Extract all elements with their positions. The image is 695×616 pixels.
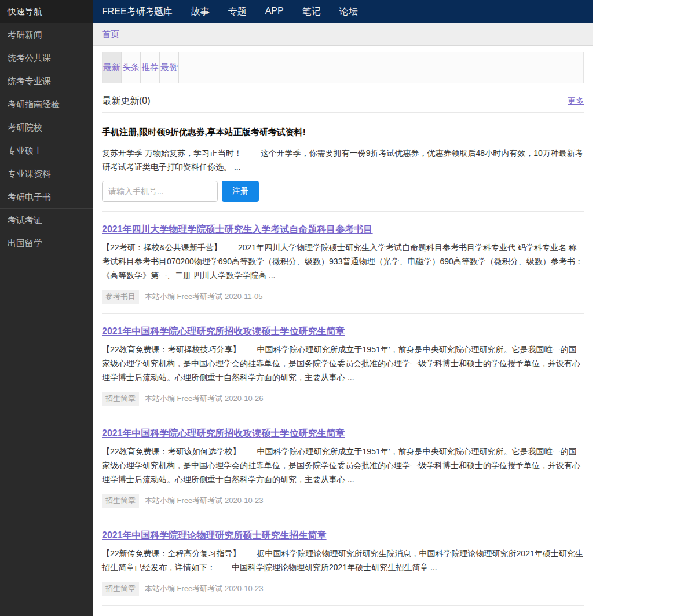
main-content: 最新 头条 推荐 最赞 最新更新(0) 更多 手机注册,限时领9折优惠券,享本站… [93, 46, 593, 616]
sidebar-item-guide-experience[interactable]: 考研指南经验 [0, 93, 93, 116]
article-title-link[interactable]: 2021年中国科学院心理研究所招收攻读硕士学位研究生简章 [102, 326, 345, 337]
section-header: 最新更新(0) 更多 [102, 95, 584, 107]
promo-body: 复苏开学季 万物始复苏，学习正当时！ ——这个开学季，你需要拥有一份9折考试优惠… [102, 146, 584, 174]
article-excerpt: 【22新传免费课：全程高分复习指导】 据中国科学院理论物理研究所研究生院消息，中… [102, 546, 584, 574]
tab-recommended[interactable]: 推荐 [141, 52, 160, 83]
tab-latest-label[interactable]: 最新 [103, 62, 120, 73]
article-item: 2021年中国科学院心理研究所招收攻读硕士学位研究生简章 【22教育免费课：考研… [102, 415, 584, 508]
sidebar-item-schools[interactable]: 考研院校 [0, 116, 93, 139]
article-meta: 招生简章 本站小编 Free考研考试 2020-10-23 [102, 582, 584, 596]
nav-item-question-bank[interactable]: 题库 [154, 6, 173, 18]
nav-item-notes[interactable]: 笔记 [302, 6, 321, 18]
article-excerpt: 【22教育免费课：考研择校技巧分享】 中国科学院心理研究所成立于1951年'，前… [102, 342, 584, 384]
register-promo: 手机注册,限时领9折优惠券,享本站正版考研考试资料! 复苏开学季 万物始复苏，学… [102, 127, 584, 202]
nav-menu: 题库 故事 专题 APP 笔记 论坛 [154, 6, 376, 18]
quick-nav-sidebar: 快速导航 考研新闻 统考公共课 统考专业课 考研指南经验 考研院校 专业硕士 专… [0, 0, 93, 616]
article-title-link[interactable]: 2021年中国科学院心理研究所招收攻读硕士学位研究生简章 [102, 428, 345, 439]
article-meta: 招生简章 本站小编 Free考研考试 2020-10-26 [102, 392, 584, 406]
more-link[interactable]: 更多 [568, 96, 584, 107]
sidebar-item-study-abroad[interactable]: 出国留学 [0, 232, 93, 255]
sidebar-item-professional-master[interactable]: 专业硕士 [0, 139, 93, 162]
tab-latest[interactable]: 最新 [103, 52, 122, 83]
divider [102, 112, 584, 113]
article-item: 2021年四川大学物理学院硕士研究生入学考试自命题科目参考书目 【22考研：择校… [102, 212, 584, 304]
article-title-link[interactable]: 2021年四川大学物理学院硕士研究生入学考试自命题科目参考书目 [102, 224, 373, 235]
sidebar-item-public-courses[interactable]: 统考公共课 [0, 46, 93, 70]
article-meta: 参考书目 本站小编 Free考研考试 2020-11-05 [102, 290, 584, 304]
tab-most-liked[interactable]: 最赞 [160, 52, 179, 83]
article-tag[interactable]: 招生简章 [102, 582, 139, 596]
register-row: 注册 [102, 181, 584, 202]
sidebar-item-certifications[interactable]: 考试考证 [0, 209, 93, 232]
nav-item-app[interactable]: APP [265, 6, 284, 18]
tab-headlines[interactable]: 头条 [122, 52, 141, 83]
article-title-link[interactable]: 2021年中国科学院理论物理研究所硕士研究生招生简章 [102, 530, 327, 541]
article-tag[interactable]: 招生简章 [102, 494, 139, 508]
register-button[interactable]: 注册 [222, 181, 259, 202]
nav-item-stories[interactable]: 故事 [191, 6, 210, 18]
sidebar-item-ebooks[interactable]: 考研电子书 [0, 185, 93, 209]
tab-recommended-label[interactable]: 推荐 [141, 62, 159, 73]
section-title: 最新更新(0) [102, 95, 151, 107]
article-item: 2021年中国科学院心理研究所招收攻读硕士学位研究生简章 【22教育免费课：考研… [102, 314, 584, 406]
breadcrumb-home-link[interactable]: 首页 [102, 29, 119, 40]
tab-most-liked-label[interactable]: 最赞 [160, 62, 178, 73]
top-navbar: FREE考研考试 题库 故事 专题 APP 笔记 论坛 [93, 0, 593, 23]
article-byline: 本站小编 Free考研考试 2020-10-26 [145, 393, 263, 404]
breadcrumb: 首页 [93, 23, 593, 46]
article-tag[interactable]: 招生简章 [102, 392, 139, 406]
phone-input[interactable] [102, 181, 218, 202]
sidebar-header: 快速导航 [0, 0, 93, 23]
article-excerpt: 【22教育免费课：考研该如何选学校】 中国科学院心理研究所成立于1951年'，前… [102, 444, 584, 486]
article-byline: 本站小编 Free考研考试 2020-11-05 [145, 291, 263, 302]
nav-item-forum[interactable]: 论坛 [339, 6, 358, 18]
article-meta: 招生简章 本站小编 Free考研考试 2020-10-23 [102, 494, 584, 508]
tab-headlines-label[interactable]: 头条 [122, 62, 140, 73]
sidebar-item-major-courses[interactable]: 统考专业课 [0, 70, 93, 93]
sidebar-item-kaoyan-news[interactable]: 考研新闻 [0, 23, 93, 46]
promo-title: 手机注册,限时领9折优惠券,享本站正版考研考试资料! [102, 127, 584, 138]
article-tag[interactable]: 参考书目 [102, 290, 139, 304]
nav-item-topics[interactable]: 专题 [228, 6, 247, 18]
article-item: 2021年大连理工大学“退役大学生士兵”专项硕士研究生招生章程 一、招生计划 2… [102, 606, 584, 616]
article-byline: 本站小编 Free考研考试 2020-10-23 [145, 584, 263, 594]
article-excerpt: 【22考研：择校&公共课新手营】 2021年四川大学物理学院硕士研究生入学考试自… [102, 240, 584, 282]
feed-tabstrip: 最新 头条 推荐 最赞 [102, 52, 584, 83]
article-item: 2021年中国科学院理论物理研究所硕士研究生招生简章 【22新传免费课：全程高分… [102, 517, 584, 596]
article-byline: 本站小编 Free考研考试 2020-10-23 [145, 495, 263, 506]
sidebar-item-course-materials[interactable]: 专业课资料 [0, 162, 93, 185]
